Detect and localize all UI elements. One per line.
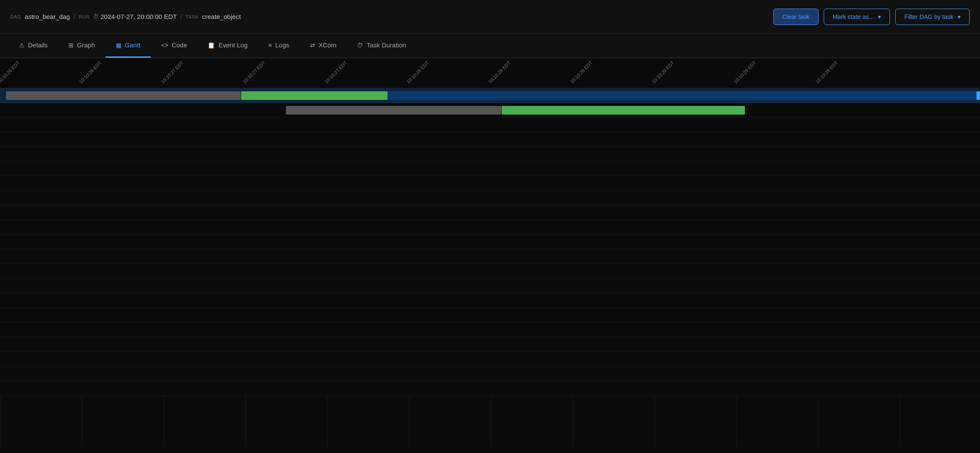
tab-gantt[interactable]: ▦ Gantt	[105, 34, 151, 58]
time-tick-5: 10:10:28 EDT	[406, 60, 430, 84]
tab-task-duration[interactable]: ⏱ Task Duration	[347, 34, 416, 58]
breadcrumb: DAG astro_bear_dag / Run ⏱ 2024-07-27, 2…	[10, 13, 241, 21]
tab-graph[interactable]: ⊞ Graph	[58, 34, 105, 58]
tab-graph-label: Graph	[77, 41, 95, 49]
gantt-row-1[interactable]	[0, 103, 980, 118]
time-tick-6: 10:10:28 EDT	[487, 60, 512, 84]
tab-task-duration-label: Task Duration	[366, 41, 406, 49]
time-tick-3: 10:10:27 EDT	[242, 60, 266, 84]
time-tick-8: 10:10:29 EDT	[651, 60, 675, 84]
run-value-container: ⏱ 2024-07-27, 20:00:00 EDT	[93, 13, 177, 20]
code-icon: <>	[161, 42, 168, 49]
time-tick-7: 10:10:28 EDT	[569, 60, 593, 84]
tab-details[interactable]: ⚠ Details	[9, 34, 58, 58]
details-icon: ⚠	[19, 42, 25, 49]
gantt-row-17	[0, 337, 980, 352]
gantt-row-8	[0, 205, 980, 220]
bar-row0-queued	[6, 91, 241, 100]
gantt-row-19	[0, 366, 980, 381]
time-tick-4: 10:10:27 EDT	[324, 60, 348, 84]
gantt-row-4	[0, 147, 980, 161]
header: DAG astro_bear_dag / Run ⏱ 2024-07-27, 2…	[0, 0, 980, 34]
time-tick-2: 10:10:27 EDT	[160, 60, 184, 84]
run-value: 2024-07-27, 20:00:00 EDT	[100, 13, 177, 20]
task-value: create_object	[202, 13, 241, 20]
run-label: Run	[79, 14, 90, 19]
tab-logs-label: Logs	[275, 41, 289, 49]
navigation-tabs: ⚠ Details ⊞ Graph ▦ Gantt <> Code 📋 Even…	[0, 34, 980, 58]
gantt-chart: 10:10:26 EDT 10:10:26 EDT 10:10:27 EDT 1…	[0, 58, 980, 446]
gantt-row-16	[0, 323, 980, 337]
tab-gantt-label: Gantt	[125, 41, 141, 49]
xcom-icon: ⇄	[310, 42, 315, 49]
tab-code[interactable]: <> Code	[151, 34, 197, 58]
gantt-row-5	[0, 161, 980, 176]
dag-label: DAG	[10, 14, 21, 19]
filter-dag-button[interactable]: Filter DAG by task	[895, 9, 970, 25]
gantt-row-0[interactable]	[0, 88, 980, 103]
tab-details-label: Details	[28, 41, 48, 49]
bar-handle	[977, 91, 980, 100]
gantt-row-2	[0, 118, 980, 132]
time-tick-0: 10:10:26 EDT	[0, 60, 21, 84]
gantt-row-3	[0, 132, 980, 147]
logs-icon: ≡	[268, 42, 272, 49]
gantt-row-9	[0, 220, 980, 235]
task-duration-icon: ⏱	[357, 42, 363, 49]
gantt-row-18	[0, 352, 980, 366]
time-tick-10: 10:10:29 EDT	[815, 60, 839, 84]
time-axis: 10:10:26 EDT 10:10:26 EDT 10:10:27 EDT 1…	[0, 58, 980, 88]
event-log-icon: 📋	[208, 42, 215, 49]
time-tick-1: 10:10:26 EDT	[78, 60, 102, 84]
tab-code-label: Code	[172, 41, 187, 49]
breadcrumb-sep-2: /	[180, 13, 182, 21]
tab-logs[interactable]: ≡ Logs	[258, 34, 300, 58]
time-tick-9: 10:10:29 EDT	[733, 60, 757, 84]
tab-xcom-label: XCom	[319, 41, 337, 49]
gantt-row-20	[0, 381, 980, 396]
bar-row1-queued	[286, 106, 501, 115]
tab-event-log[interactable]: 📋 Event Log	[197, 34, 258, 58]
graph-icon: ⊞	[68, 42, 74, 49]
dag-value: astro_bear_dag	[25, 13, 70, 20]
tab-xcom[interactable]: ⇄ XCom	[300, 34, 347, 58]
gantt-row-11	[0, 249, 980, 264]
gantt-row-13	[0, 279, 980, 293]
gantt-row-12	[0, 264, 980, 279]
bar-row0-remainder	[388, 91, 980, 100]
bar-row0-running	[241, 91, 388, 100]
header-actions: Clear task Mark state as... Filter DAG b…	[773, 9, 970, 25]
breadcrumb-sep-1: /	[73, 13, 75, 21]
task-label: Task	[186, 14, 198, 19]
clear-task-button[interactable]: Clear task	[773, 9, 819, 25]
gantt-icon: ▦	[116, 42, 121, 49]
clock-icon: ⏱	[93, 13, 99, 20]
gantt-rows	[0, 88, 980, 396]
tab-event-log-label: Event Log	[218, 41, 248, 49]
gantt-row-6	[0, 176, 980, 191]
gantt-row-14	[0, 293, 980, 308]
gantt-row-15	[0, 308, 980, 323]
gantt-row-10	[0, 235, 980, 249]
mark-state-button[interactable]: Mark state as...	[824, 9, 890, 25]
gantt-row-7	[0, 191, 980, 205]
bar-row1-running	[502, 106, 745, 115]
